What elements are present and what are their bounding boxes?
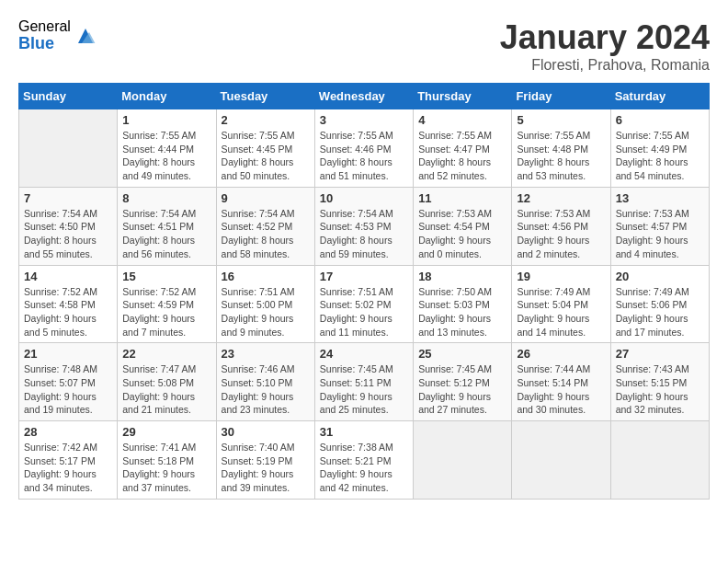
day-number: 17	[320, 270, 408, 283]
day-number: 15	[122, 270, 210, 283]
day-info: Sunrise: 7:50 AM Sunset: 5:03 PM Dayligh…	[418, 285, 506, 339]
day-info: Sunrise: 7:52 AM Sunset: 4:59 PM Dayligh…	[122, 285, 210, 339]
calendar-cell: 2Sunrise: 7:55 AM Sunset: 4:45 PM Daylig…	[216, 109, 314, 188]
day-info: Sunrise: 7:51 AM Sunset: 5:00 PM Dayligh…	[222, 285, 310, 339]
calendar-cell: 3Sunrise: 7:55 AM Sunset: 4:46 PM Daylig…	[314, 109, 413, 188]
day-number: 24	[320, 347, 408, 361]
day-info: Sunrise: 7:54 AM Sunset: 4:52 PM Dayligh…	[222, 207, 310, 261]
day-info: Sunrise: 7:40 AM Sunset: 5:19 PM Dayligh…	[222, 441, 310, 495]
day-number: 11	[418, 191, 506, 205]
logo: General Blue	[18, 18, 97, 52]
calendar-cell: 8Sunrise: 7:54 AM Sunset: 4:51 PM Daylig…	[118, 187, 216, 265]
calendar-cell: 13Sunrise: 7:53 AM Sunset: 4:57 PM Dayli…	[610, 187, 709, 265]
calendar-cell: 15Sunrise: 7:52 AM Sunset: 4:59 PM Dayli…	[118, 265, 216, 343]
calendar-cell	[19, 109, 118, 188]
calendar-week-4: 21Sunrise: 7:48 AM Sunset: 5:07 PM Dayli…	[19, 343, 710, 421]
day-number: 28	[24, 425, 112, 439]
calendar-week-5: 28Sunrise: 7:42 AM Sunset: 5:17 PM Dayli…	[19, 421, 710, 500]
calendar-week-1: 1Sunrise: 7:55 AM Sunset: 4:44 PM Daylig…	[19, 109, 710, 188]
calendar-cell: 31Sunrise: 7:38 AM Sunset: 5:21 PM Dayli…	[314, 421, 413, 500]
day-info: Sunrise: 7:53 AM Sunset: 4:54 PM Dayligh…	[418, 207, 506, 261]
calendar-cell: 9Sunrise: 7:54 AM Sunset: 4:52 PM Daylig…	[216, 187, 314, 265]
day-info: Sunrise: 7:45 AM Sunset: 5:12 PM Dayligh…	[418, 362, 506, 417]
weekday-header-sunday: Sunday	[19, 84, 118, 109]
day-number: 23	[222, 347, 310, 361]
day-info: Sunrise: 7:49 AM Sunset: 5:04 PM Dayligh…	[517, 285, 605, 339]
day-number: 8	[122, 191, 210, 205]
calendar-cell: 28Sunrise: 7:42 AM Sunset: 5:17 PM Dayli…	[19, 421, 118, 500]
day-number: 1	[122, 113, 210, 127]
weekday-header-monday: Monday	[118, 84, 216, 109]
calendar-cell: 10Sunrise: 7:54 AM Sunset: 4:53 PM Dayli…	[314, 187, 413, 265]
day-number: 7	[24, 191, 112, 205]
day-info: Sunrise: 7:53 AM Sunset: 4:57 PM Dayligh…	[616, 207, 704, 261]
calendar-body: 1Sunrise: 7:55 AM Sunset: 4:44 PM Daylig…	[19, 109, 710, 500]
day-info: Sunrise: 7:54 AM Sunset: 4:53 PM Dayligh…	[320, 207, 408, 261]
calendar-cell: 16Sunrise: 7:51 AM Sunset: 5:00 PM Dayli…	[216, 265, 314, 343]
calendar-cell: 19Sunrise: 7:49 AM Sunset: 5:04 PM Dayli…	[512, 265, 610, 343]
weekday-header-tuesday: Tuesday	[216, 84, 314, 109]
calendar-cell: 12Sunrise: 7:53 AM Sunset: 4:56 PM Dayli…	[512, 187, 610, 265]
day-number: 4	[418, 113, 506, 127]
calendar-cell: 1Sunrise: 7:55 AM Sunset: 4:44 PM Daylig…	[118, 109, 216, 188]
calendar-cell: 14Sunrise: 7:52 AM Sunset: 4:58 PM Dayli…	[19, 265, 118, 343]
day-number: 30	[222, 425, 310, 439]
title-block: January 2024 Floresti, Prahova, Romania	[500, 18, 710, 74]
calendar-cell: 24Sunrise: 7:45 AM Sunset: 5:11 PM Dayli…	[314, 343, 413, 421]
day-info: Sunrise: 7:49 AM Sunset: 5:06 PM Dayligh…	[616, 285, 704, 339]
calendar-cell: 20Sunrise: 7:49 AM Sunset: 5:06 PM Dayli…	[610, 265, 709, 343]
day-number: 18	[418, 270, 506, 283]
month-title: January 2024	[500, 18, 710, 57]
day-number: 2	[222, 113, 310, 127]
day-number: 14	[24, 270, 112, 283]
day-number: 9	[222, 191, 310, 205]
day-number: 20	[616, 270, 704, 283]
day-number: 13	[616, 191, 704, 205]
calendar-cell	[512, 421, 610, 500]
day-info: Sunrise: 7:55 AM Sunset: 4:46 PM Dayligh…	[320, 129, 408, 183]
day-number: 29	[122, 425, 210, 439]
calendar-header-row: SundayMondayTuesdayWednesdayThursdayFrid…	[19, 84, 710, 109]
calendar-table: SundayMondayTuesdayWednesdayThursdayFrid…	[18, 83, 710, 500]
calendar-cell: 27Sunrise: 7:43 AM Sunset: 5:15 PM Dayli…	[610, 343, 709, 421]
day-number: 10	[320, 191, 408, 205]
day-number: 25	[418, 347, 506, 361]
day-number: 31	[320, 425, 408, 439]
day-number: 5	[517, 113, 605, 127]
day-number: 3	[320, 113, 408, 127]
day-info: Sunrise: 7:55 AM Sunset: 4:48 PM Dayligh…	[517, 129, 605, 183]
calendar-cell: 17Sunrise: 7:51 AM Sunset: 5:02 PM Dayli…	[314, 265, 413, 343]
calendar-week-3: 14Sunrise: 7:52 AM Sunset: 4:58 PM Dayli…	[19, 265, 710, 343]
day-info: Sunrise: 7:43 AM Sunset: 5:15 PM Dayligh…	[616, 362, 704, 417]
weekday-header-friday: Friday	[512, 84, 610, 109]
day-info: Sunrise: 7:55 AM Sunset: 4:47 PM Dayligh…	[418, 129, 506, 183]
day-number: 26	[517, 347, 605, 361]
calendar-cell: 7Sunrise: 7:54 AM Sunset: 4:50 PM Daylig…	[19, 187, 118, 265]
calendar-cell: 11Sunrise: 7:53 AM Sunset: 4:54 PM Dayli…	[414, 187, 512, 265]
calendar-cell: 23Sunrise: 7:46 AM Sunset: 5:10 PM Dayli…	[216, 343, 314, 421]
calendar-cell	[610, 421, 709, 500]
weekday-header-thursday: Thursday	[414, 84, 512, 109]
day-info: Sunrise: 7:46 AM Sunset: 5:10 PM Dayligh…	[222, 362, 310, 417]
calendar-cell: 22Sunrise: 7:47 AM Sunset: 5:08 PM Dayli…	[118, 343, 216, 421]
calendar-cell: 4Sunrise: 7:55 AM Sunset: 4:47 PM Daylig…	[414, 109, 512, 188]
calendar-cell	[414, 421, 512, 500]
day-info: Sunrise: 7:42 AM Sunset: 5:17 PM Dayligh…	[24, 441, 112, 495]
calendar-cell: 25Sunrise: 7:45 AM Sunset: 5:12 PM Dayli…	[414, 343, 512, 421]
day-info: Sunrise: 7:47 AM Sunset: 5:08 PM Dayligh…	[122, 362, 210, 417]
day-info: Sunrise: 7:55 AM Sunset: 4:44 PM Dayligh…	[122, 129, 210, 183]
weekday-header-saturday: Saturday	[610, 84, 709, 109]
day-number: 27	[616, 347, 704, 361]
subtitle: Floresti, Prahova, Romania	[500, 57, 710, 74]
day-info: Sunrise: 7:55 AM Sunset: 4:49 PM Dayligh…	[616, 129, 704, 183]
logo-blue: Blue	[18, 35, 71, 53]
calendar-cell: 26Sunrise: 7:44 AM Sunset: 5:14 PM Dayli…	[512, 343, 610, 421]
calendar-cell: 6Sunrise: 7:55 AM Sunset: 4:49 PM Daylig…	[610, 109, 709, 188]
day-info: Sunrise: 7:55 AM Sunset: 4:45 PM Dayligh…	[222, 129, 310, 183]
calendar-cell: 21Sunrise: 7:48 AM Sunset: 5:07 PM Dayli…	[19, 343, 118, 421]
page-header: General Blue January 2024 Floresti, Prah…	[18, 18, 710, 74]
day-number: 19	[517, 270, 605, 283]
day-info: Sunrise: 7:51 AM Sunset: 5:02 PM Dayligh…	[320, 285, 408, 339]
logo-general: General	[18, 18, 71, 35]
calendar-cell: 18Sunrise: 7:50 AM Sunset: 5:03 PM Dayli…	[414, 265, 512, 343]
